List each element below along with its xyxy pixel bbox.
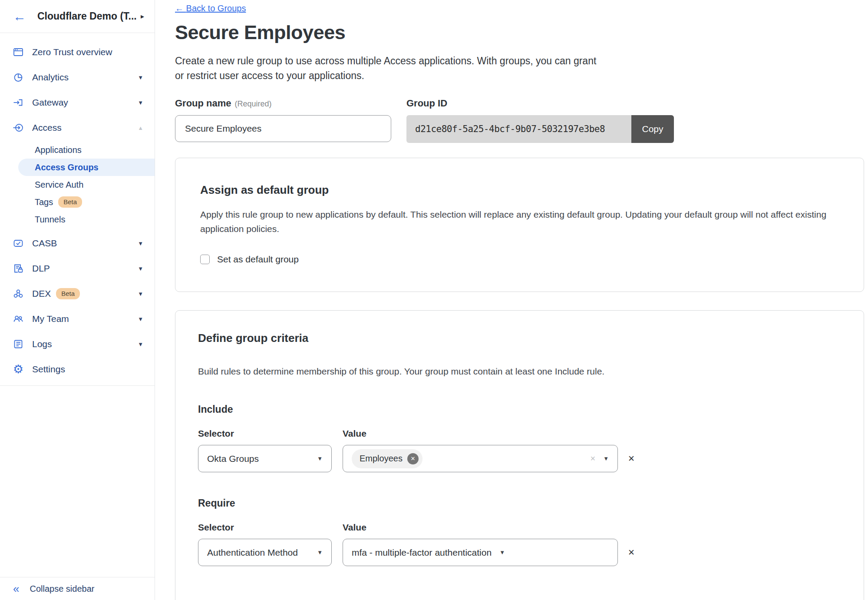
value-tag-label: Employees: [360, 454, 403, 464]
value-label: Value: [343, 428, 366, 439]
sidebar-item-access-groups[interactable]: Access Groups: [18, 159, 155, 176]
sidebar-item-label: Service Auth: [35, 180, 83, 190]
sidebar-item-dlp[interactable]: DLP ▼: [0, 256, 155, 281]
sidebar-item-tunnels[interactable]: Tunnels: [0, 211, 155, 228]
sidebar-divider: [0, 385, 155, 386]
sidebar-item-my-team[interactable]: My Team ▼: [0, 306, 155, 331]
sidebar-item-label: Tags: [35, 197, 53, 207]
sidebar-item-label: My Team: [32, 314, 69, 324]
sidebar-item-label: Access Groups: [35, 162, 99, 172]
sidebar-nav: Zero Trust overview Analytics ▼ Gateway …: [0, 33, 155, 386]
sidebar-item-label: DLP: [32, 263, 50, 274]
sidebar-item-analytics[interactable]: Analytics ▼: [0, 65, 155, 90]
sidebar-item-casb[interactable]: CASB ▼: [0, 231, 155, 256]
pie-chart-icon: [12, 71, 24, 83]
sidebar-item-zero-trust-overview[interactable]: Zero Trust overview: [0, 40, 155, 65]
dlp-icon: [12, 262, 24, 275]
include-selector-value: Okta Groups: [207, 454, 259, 464]
sidebar-item-label: Analytics: [32, 72, 69, 83]
selector-label: Selector: [198, 522, 343, 533]
criteria-body: Build rules to determine membership of t…: [198, 364, 841, 378]
beta-badge: Beta: [56, 288, 80, 299]
logs-icon: [12, 338, 24, 350]
default-group-title: Assign as default group: [200, 183, 839, 197]
chevron-down-icon: ▼: [317, 549, 323, 556]
sidebar-item-gateway[interactable]: Gateway ▼: [0, 90, 155, 115]
set-default-checkbox[interactable]: [200, 255, 210, 264]
require-selector-dropdown[interactable]: Authentication Method ▼: [198, 539, 332, 566]
back-to-groups-link[interactable]: ← Back to Groups: [175, 3, 246, 13]
sidebar-item-label: Gateway: [32, 97, 68, 108]
require-value-dropdown[interactable]: mfa - multiple-factor authentication ▼: [343, 539, 618, 566]
access-submenu: Applications Access Groups Service Auth …: [0, 141, 155, 228]
sidebar-item-logs[interactable]: Logs ▼: [0, 331, 155, 357]
dex-icon: [12, 288, 24, 300]
default-group-body: Apply this rule group to new application…: [200, 207, 839, 236]
group-id-label: Group ID: [406, 98, 674, 109]
sidebar-item-label: Logs: [32, 339, 52, 349]
require-column-labels: Selector Value: [198, 522, 841, 533]
criteria-card: Define group criteria Build rules to det…: [175, 310, 864, 600]
collapse-icon: «: [13, 583, 19, 594]
collapse-label: Collapse sidebar: [30, 584, 94, 594]
sidebar-item-access[interactable]: Access ▲: [0, 115, 155, 140]
tag-remove-icon[interactable]: ✕: [407, 453, 419, 464]
chevron-down-icon: ▼: [317, 455, 323, 462]
sidebar-item-label: DEX: [32, 288, 51, 299]
sidebar-item-label: Zero Trust overview: [32, 47, 112, 57]
chevron-down-icon: ▼: [138, 240, 143, 247]
account-expand-icon[interactable]: ▸: [141, 12, 144, 20]
sidebar-item-label: Tunnels: [35, 215, 65, 225]
account-name[interactable]: Cloudflare Demo (T...: [37, 10, 137, 22]
remove-include-rule-icon[interactable]: ✕: [628, 454, 635, 464]
window-icon: [12, 46, 24, 58]
sidebar-item-label: Access: [32, 123, 62, 133]
chevron-down-icon: ▼: [603, 455, 609, 462]
group-id-field-group: Group ID d21ce80f-5a25-4bcf-9b07-5032197…: [406, 98, 674, 143]
page-description: Create a new rule group to use across mu…: [175, 53, 864, 83]
account-header: ← Cloudflare Demo (T... ▸: [0, 0, 155, 33]
sidebar: ← Cloudflare Demo (T... ▸ Zero Trust ove…: [0, 0, 155, 600]
sidebar-item-tags[interactable]: Tags Beta: [0, 193, 155, 211]
chevron-down-icon: ▼: [138, 316, 143, 322]
gear-icon: ⚙: [12, 363, 24, 375]
default-group-card: Assign as default group Apply this rule …: [175, 158, 864, 292]
main-content: ← Back to Groups Secure Employees Create…: [155, 0, 868, 600]
group-id-wrap: d21ce80f-5a25-4bcf-9b07-5032197e3be8 Cop…: [406, 115, 674, 143]
access-icon: [12, 122, 24, 134]
description-line-1: Create a new rule group to use across mu…: [175, 53, 864, 68]
gateway-icon: [12, 96, 24, 109]
group-name-field-group: Group name(Required): [175, 98, 391, 143]
sidebar-item-applications[interactable]: Applications: [0, 141, 155, 159]
clear-icon[interactable]: ×: [590, 454, 595, 464]
criteria-title: Define group criteria: [198, 331, 841, 345]
group-name-input[interactable]: [175, 115, 391, 142]
require-heading: Require: [198, 497, 841, 509]
include-rule-row: Okta Groups ▼ Employees ✕ × ▼ ✕: [198, 445, 841, 472]
include-column-labels: Selector Value: [198, 428, 841, 439]
sidebar-item-label: Settings: [32, 364, 65, 375]
page-title: Secure Employees: [175, 21, 864, 44]
copy-button[interactable]: Copy: [631, 115, 674, 143]
include-selector-dropdown[interactable]: Okta Groups ▼: [198, 445, 332, 472]
collapse-sidebar-button[interactable]: « Collapse sidebar: [0, 577, 155, 600]
chevron-down-icon: ▼: [138, 291, 143, 297]
description-line-2: or restrict user access to your applicat…: [175, 68, 864, 83]
include-heading: Include: [198, 404, 841, 415]
group-form-row: Group name(Required) Group ID d21ce80f-5…: [175, 98, 864, 143]
remove-require-rule-icon[interactable]: ✕: [628, 547, 635, 557]
group-id-value: d21ce80f-5a25-4bcf-9b07-5032197e3be8: [406, 115, 631, 143]
back-arrow-icon[interactable]: ←: [13, 10, 26, 23]
chevron-down-icon: ▼: [138, 99, 143, 106]
default-group-checkbox-row: Set as default group: [200, 254, 839, 265]
include-value-multiselect[interactable]: Employees ✕ × ▼: [343, 445, 618, 472]
team-icon: [12, 313, 24, 325]
required-hint: (Required): [235, 99, 272, 108]
sidebar-item-settings[interactable]: ⚙ Settings: [0, 357, 155, 382]
group-name-label: Group name(Required): [175, 98, 391, 109]
sidebar-item-dex[interactable]: DEX Beta ▼: [0, 281, 155, 306]
chevron-down-icon: ▼: [138, 341, 143, 348]
sidebar-item-label: CASB: [32, 238, 57, 249]
sidebar-item-label: Applications: [35, 145, 82, 155]
sidebar-item-service-auth[interactable]: Service Auth: [0, 176, 155, 193]
